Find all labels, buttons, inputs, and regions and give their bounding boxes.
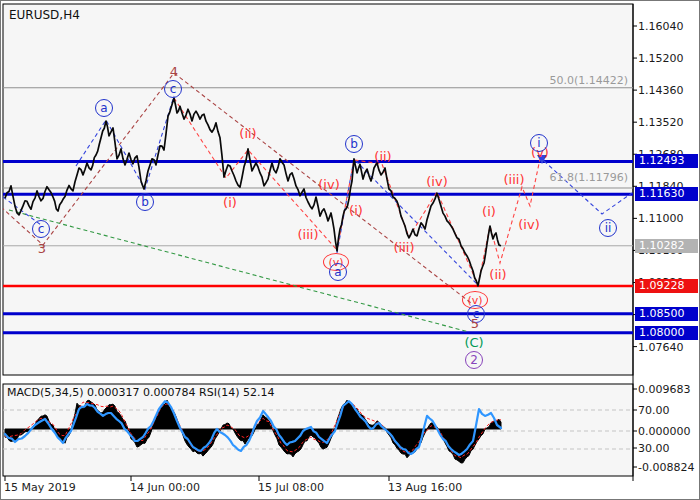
wave-annotation: (iv) (318, 178, 339, 191)
indicator-axis-label: 30.00 (638, 443, 670, 454)
wave-annotation: 5 (471, 317, 479, 330)
chart-window: EURUSD,H4 MACD(5,34,5) 0.000317 0.000784… (0, 0, 700, 500)
wave-annotation: (iv) (518, 218, 539, 231)
wave-annotation: c (32, 220, 50, 238)
wave-annotation: (i) (223, 196, 237, 209)
date-label: 15 Jul 08:00 (258, 482, 324, 493)
wave-annotation: ii (599, 219, 617, 237)
wave-annotation: (i) (482, 205, 496, 218)
fib-50-label: 50.0(1.14422) (549, 75, 628, 86)
indicator-axis-label: 0.000000 (638, 426, 691, 437)
price-axis-badge: 1.11630 (635, 187, 698, 201)
price-tick-label: 1.14360 (638, 85, 684, 96)
fib-618-label: 61.8(1.11796) (549, 172, 628, 183)
wave-annotation: (iii) (504, 173, 525, 186)
price-tick-label: 1.15200 (638, 53, 684, 64)
indicator-axis-label: 70.00 (638, 405, 670, 416)
price-tick-label: 1.11000 (638, 213, 684, 224)
wave-annotation: b (345, 135, 363, 153)
price-axis-badge: 1.09228 (635, 279, 698, 293)
wave-annotation: c (164, 80, 182, 98)
wave-annotation: i (530, 134, 548, 152)
wave-annotation: (ii) (374, 150, 391, 163)
wave-annotation: 3 (38, 242, 46, 255)
wave-annotation: (ii) (239, 127, 256, 140)
wave-annotation: (ii) (489, 268, 506, 281)
wave-annotation: 2 (465, 351, 483, 369)
wave-annotation: (iii) (298, 228, 319, 241)
wave-annotation: a (329, 263, 347, 281)
price-tick-label: 1.13520 (638, 117, 684, 128)
price-axis-badge: 1.12493 (635, 154, 698, 168)
date-label: 15 May 2019 (4, 482, 76, 493)
price-axis-badge: 1.08000 (635, 326, 698, 340)
price-tick-label: 1.07640 (638, 341, 684, 352)
date-label: 14 Jun 00:00 (130, 482, 200, 493)
wave-annotation: (C) (464, 336, 483, 349)
symbol-timeframe-label: EURUSD,H4 (9, 9, 80, 21)
price-axis-badge: 1.08500 (635, 307, 698, 321)
indicator-axis-label: 0.009683 (638, 384, 691, 395)
wave-annotation: 4 (170, 65, 178, 78)
indicator-axis-label: -0.008824 (638, 462, 694, 473)
price-axis-badge: 1.10282 (635, 239, 698, 253)
wave-annotation: b (136, 193, 154, 211)
wave-annotation: (iii) (394, 241, 415, 254)
wave-annotation: (iv) (426, 175, 447, 188)
macd-rsi-title: MACD(5,34,5) 0.000317 0.000784 RSI(14) 5… (7, 387, 274, 398)
wave-annotation: a (95, 99, 113, 117)
price-tick-label: 1.16040 (638, 21, 684, 32)
wave-annotation: (i) (349, 204, 363, 217)
date-label: 13 Aug 16:00 (388, 482, 462, 493)
